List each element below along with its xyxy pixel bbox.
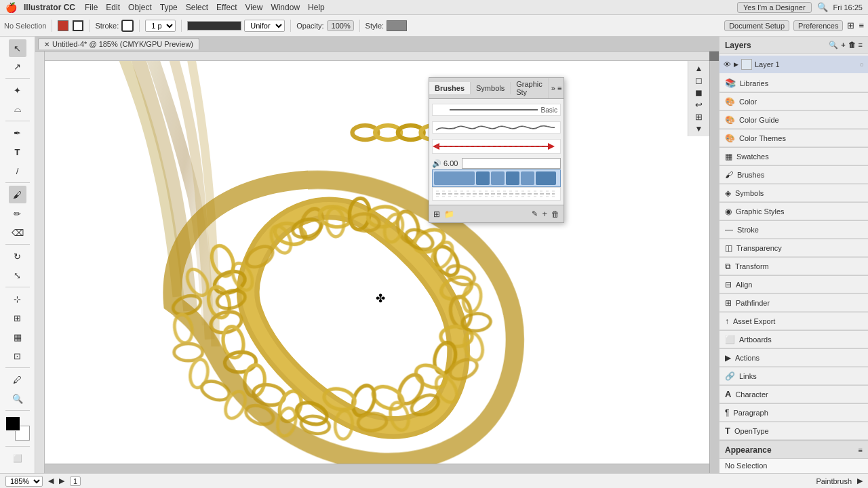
- document-tab[interactable]: ✕ Untitled-4* @ 185% (CMYK/GPU Preview): [38, 38, 199, 49]
- selection-tool[interactable]: ↖: [9, 39, 26, 57]
- mesh-tool[interactable]: ⊡: [9, 347, 26, 365]
- stroke-size-select[interactable]: 1 pt: [145, 20, 176, 32]
- libraries-header[interactable]: 📚 Libraries: [719, 75, 868, 92]
- menu-help[interactable]: Help: [308, 3, 325, 12]
- paragraph-header[interactable]: ¶ Paragraph: [719, 404, 868, 422]
- pen-tool[interactable]: ✒: [9, 124, 26, 142]
- arrange-icon[interactable]: ⊞: [847, 20, 854, 30]
- layer-visibility-icon[interactable]: 👁: [724, 60, 731, 68]
- transparency-header[interactable]: ◫ Transparency: [719, 239, 868, 257]
- zoom-tool[interactable]: 🔍: [9, 390, 26, 407]
- apple-menu[interactable]: 🍎: [5, 2, 17, 13]
- menu-object[interactable]: Object: [128, 3, 152, 12]
- lasso-tool[interactable]: ⌓: [9, 100, 26, 118]
- history-icon[interactable]: ↩: [695, 100, 703, 110]
- designer-label[interactable]: Yes I'm a Designer: [737, 2, 812, 13]
- swatches-header[interactable]: ▦ Swatches: [719, 148, 868, 165]
- brush-stroke-up[interactable]: ▲: [695, 64, 703, 73]
- menu-window[interactable]: Window: [271, 3, 300, 12]
- brush-down[interactable]: ▼: [695, 124, 703, 134]
- shape-builder-tool[interactable]: ⊞: [9, 309, 26, 327]
- panel-expand-icon[interactable]: »: [551, 84, 555, 92]
- brush-item-chain[interactable]: 🔊 6.00: [432, 157, 561, 201]
- opentype-header[interactable]: T OpenType: [719, 422, 868, 440]
- tab-close[interactable]: ✕: [44, 41, 50, 48]
- line-tool[interactable]: /: [9, 162, 26, 180]
- layer-expand-icon[interactable]: ▶: [734, 61, 738, 68]
- color-themes-header[interactable]: 🎨 Color Themes: [719, 129, 868, 147]
- brush-item-wavy[interactable]: [432, 119, 561, 136]
- menu-edit[interactable]: Edit: [106, 3, 120, 12]
- new-brush-icon[interactable]: +: [542, 209, 547, 219]
- brush-options-icon[interactable]: ✎: [532, 209, 538, 218]
- graphic-styles-tab[interactable]: Graphic Sty: [511, 78, 549, 98]
- dotted-brush-row[interactable]: [432, 187, 561, 201]
- direct-selection-tool[interactable]: ↗: [9, 58, 26, 75]
- layer-name[interactable]: Layer 1: [755, 60, 856, 68]
- foreground-color[interactable]: [5, 416, 20, 431]
- links-header[interactable]: 🔗 Links: [719, 367, 868, 385]
- menu-file[interactable]: File: [85, 3, 98, 12]
- layer-lock-icon[interactable]: ○: [859, 60, 864, 68]
- fill-icon[interactable]: ◻: [695, 75, 703, 85]
- transform-header[interactable]: ⧉ Transform: [719, 258, 868, 275]
- pencil-tool[interactable]: ✏: [9, 205, 26, 222]
- canvas-scrollbar-h[interactable]: [45, 464, 709, 473]
- delete-brush-icon[interactable]: 🗑: [551, 209, 559, 219]
- paintbrush-tool[interactable]: 🖌: [9, 186, 26, 203]
- grid-icon[interactable]: ⊞: [695, 112, 703, 122]
- search-icon[interactable]: 🔍: [817, 2, 828, 12]
- stroke-style-select[interactable]: Uniform: [244, 20, 285, 32]
- graphic-styles-header[interactable]: ◉ Graphic Styles: [719, 203, 868, 220]
- symbols-tab[interactable]: Symbols: [471, 82, 511, 94]
- stroke-color-btn[interactable]: [121, 20, 134, 32]
- brush-item-basic[interactable]: Basic: [432, 102, 561, 118]
- appearance-stroke-row[interactable]: 👁 ▶ Stroke: Pattern Brush 1: [719, 472, 868, 473]
- appearance-menu-icon[interactable]: ≡: [859, 446, 863, 454]
- zoom-decrease-btn[interactable]: ◀: [48, 476, 54, 485]
- stroke-preview[interactable]: [187, 21, 241, 30]
- artboards-header[interactable]: ⬜ Artboards: [719, 331, 868, 348]
- screen-mode-btn[interactable]: ⬜: [9, 449, 26, 467]
- symbols-header[interactable]: ◈ Symbols: [719, 184, 868, 202]
- stroke-header[interactable]: — Stroke: [719, 221, 868, 239]
- layers-add-icon[interactable]: +: [841, 41, 845, 49]
- eraser-tool[interactable]: ⌫: [9, 224, 26, 241]
- magic-wand-tool[interactable]: ✦: [9, 81, 26, 99]
- menu-type[interactable]: Type: [160, 3, 178, 12]
- character-header[interactable]: A Character: [719, 386, 868, 403]
- free-transform-tool[interactable]: ⊹: [9, 290, 26, 308]
- stroke-icon[interactable]: ◼: [695, 87, 703, 98]
- artboard-container[interactable]: ✤: [45, 61, 719, 473]
- zoom-select[interactable]: 185%: [5, 476, 43, 487]
- pathfinder-header[interactable]: ⊞ Pathfinder: [719, 294, 868, 312]
- zoom-increase-btn[interactable]: ▶: [59, 476, 64, 485]
- opacity-value[interactable]: 100%: [327, 20, 354, 31]
- scale-tool[interactable]: ⤡: [9, 266, 26, 284]
- asset-export-header[interactable]: ↑ Asset Export: [719, 312, 868, 330]
- selected-brush-row[interactable]: [432, 169, 561, 187]
- eyedropper-tool[interactable]: 🖊: [9, 371, 26, 388]
- layers-delete-icon[interactable]: 🗑: [848, 41, 856, 49]
- doc-setup-btn[interactable]: Document Setup: [724, 20, 789, 31]
- rotate-tool[interactable]: ↻: [9, 247, 26, 265]
- color-header[interactable]: 🎨 Color: [719, 93, 868, 110]
- layer-1-row[interactable]: 👁 ▶ Layer 1 ○: [719, 56, 868, 73]
- status-play-btn[interactable]: ▶: [857, 476, 863, 485]
- menu-effect[interactable]: Effect: [216, 3, 237, 12]
- color-picker[interactable]: [5, 416, 30, 441]
- canvas-scrollbar-v[interactable]: [709, 61, 719, 473]
- actions-header[interactable]: ▶ Actions: [719, 349, 868, 367]
- menu-view[interactable]: View: [245, 3, 263, 12]
- more-icon[interactable]: ≡: [859, 20, 864, 30]
- align-header[interactable]: ⊟ Align: [719, 276, 868, 293]
- layers-search-icon[interactable]: 🔍: [829, 41, 838, 49]
- preferences-btn[interactable]: Preferences: [793, 20, 843, 31]
- brushes-tab[interactable]: Brushes: [429, 82, 471, 94]
- color-guide-header[interactable]: 🎨 Color Guide: [719, 111, 868, 129]
- page-field[interactable]: 1: [70, 476, 81, 486]
- folder-icon[interactable]: 📁: [444, 209, 454, 219]
- menu-select[interactable]: Select: [186, 3, 208, 12]
- gradient-tool[interactable]: ▦: [9, 328, 26, 346]
- style-swatch[interactable]: [387, 20, 407, 31]
